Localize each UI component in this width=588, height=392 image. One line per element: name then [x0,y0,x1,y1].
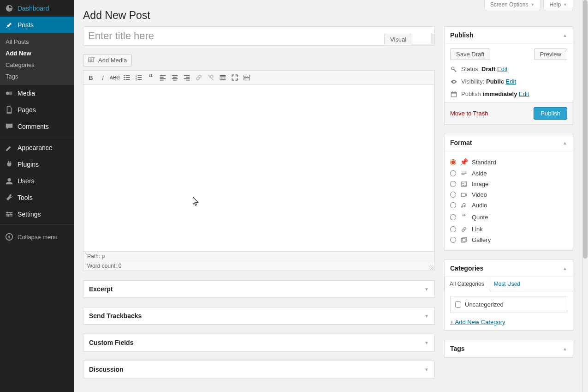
format-heading[interactable]: Format▲ [445,134,573,151]
align-center-button[interactable] [169,72,180,83]
svg-rect-22 [138,79,142,80]
metabox-custom-fields: Custom Fields▼ [83,334,435,351]
format-aside[interactable]: Aside [450,168,567,179]
tags-heading[interactable]: Tags▲ [445,340,573,357]
menu-label: Comments [18,123,49,130]
posts-submenu: All Posts Add New Categories Tags [0,33,74,85]
key-icon [450,66,457,72]
svg-point-5 [7,212,9,214]
kitchen-sink-button[interactable] [241,72,252,83]
svg-point-46 [451,67,454,70]
svg-rect-57 [461,238,465,242]
chevron-down-icon: ▼ [424,340,429,345]
svg-rect-44 [244,78,245,79]
add-media-button[interactable]: Add Media [83,54,132,66]
link-button[interactable] [193,72,204,83]
post-title-input[interactable] [87,28,431,44]
metabox-toggle[interactable]: Discussion▼ [83,361,434,378]
sub-categories[interactable]: Categories [0,59,74,71]
collapse-menu[interactable]: Collapse menu [0,229,74,245]
screen-meta-tabs: Screen Options▼ Help▼ [484,0,573,10]
tab-visual[interactable]: Visual [384,34,412,45]
scrollbar-track[interactable] [582,0,588,392]
chevron-up-icon: ▲ [563,140,567,145]
comments-icon [5,122,14,131]
edit-status-link[interactable]: Edit [497,66,507,72]
aside-icon [460,170,468,177]
chevron-up-icon: ▲ [563,346,567,351]
category-uncategorized[interactable]: Uncategorized [455,301,562,308]
svg-rect-42 [247,76,248,77]
svg-rect-14 [126,77,130,78]
svg-rect-52 [461,173,466,173]
preview-button[interactable]: Preview [534,48,567,60]
scrollbar-thumb[interactable] [583,0,588,259]
menu-pages[interactable]: Pages [0,102,74,118]
metabox-excerpt: Excerpt▼ [83,280,435,298]
edit-visibility-link[interactable]: Edit [506,78,516,85]
chevron-down-icon: ▼ [424,287,429,292]
screen-options-tab[interactable]: Screen Options▼ [484,0,541,10]
sub-all-posts[interactable]: All Posts [0,36,74,48]
menu-settings[interactable]: Settings [0,206,74,223]
help-tab[interactable]: Help▼ [543,0,573,10]
menu-label: Settings [18,211,41,218]
menu-comments[interactable]: Comments [0,118,74,135]
svg-rect-48 [451,92,456,93]
edit-schedule-link[interactable]: Edit [519,90,529,97]
svg-rect-45 [246,78,247,79]
svg-point-0 [6,91,9,95]
tools-icon [5,193,14,202]
audio-icon [460,202,468,209]
fullscreen-button[interactable] [229,72,240,83]
menu-tools[interactable]: Tools [0,189,74,206]
menu-label: Tools [18,194,33,201]
publish-box: Publish▲ Save Draft Preview Status: Draf… [444,26,573,125]
menu-dashboard[interactable]: Dashboard [0,0,74,17]
sub-add-new[interactable]: Add New [0,48,74,59]
unlink-button[interactable] [205,72,216,83]
chevron-down-icon: ▼ [563,2,567,7]
svg-rect-16 [126,79,130,80]
admin-sidebar: Dashboard Posts All Posts Add New Catego… [0,0,74,392]
save-draft-button[interactable]: Save Draft [450,48,490,60]
menu-plugins[interactable]: Plugins [0,156,74,173]
tab-most-used[interactable]: Most Used [489,277,525,291]
collapse-label: Collapse menu [18,234,58,241]
italic-button[interactable]: I [97,72,108,83]
editor-content[interactable] [83,85,434,251]
add-new-category-link[interactable]: + Add New Category [450,319,567,326]
menu-users[interactable]: Users [0,173,74,189]
format-audio[interactable]: Audio [450,200,567,211]
align-left-button[interactable] [157,72,168,83]
metabox-toggle[interactable]: Excerpt▼ [83,281,434,297]
format-gallery[interactable]: Gallery [450,235,567,245]
format-image[interactable]: Image [450,179,567,189]
schedule-row: Publish immediately Edit [450,90,567,97]
insert-more-button[interactable] [217,72,228,83]
svg-rect-35 [220,75,226,76]
align-right-button[interactable] [181,72,192,83]
sub-tags[interactable]: Tags [0,71,74,82]
format-standard[interactable]: 📌Standard [450,156,567,168]
tab-all-categories[interactable]: All Categories [445,277,489,291]
collapse-icon [5,232,14,241]
format-link[interactable]: Link [450,224,567,235]
format-video[interactable]: Video [450,189,567,200]
publish-heading[interactable]: Publish▲ [445,27,573,43]
menu-media[interactable]: Media [0,85,74,102]
move-to-trash-link[interactable]: Move to Trash [450,110,488,117]
publish-button[interactable]: Publish [534,107,567,120]
format-quote[interactable]: “Quote [450,211,567,224]
metabox-toggle[interactable]: Custom Fields▼ [83,334,434,351]
menu-appearance[interactable]: Appearance [0,139,74,156]
bullet-list-button[interactable] [121,72,132,83]
metabox-toggle[interactable]: Send Trackbacks▼ [83,308,434,324]
bold-button[interactable]: B [85,72,96,83]
numbered-list-button[interactable]: 123 [133,72,144,83]
strikethrough-button[interactable]: ABC [109,72,120,83]
blockquote-button[interactable]: “ [145,72,156,83]
menu-posts[interactable]: Posts [0,17,74,33]
categories-heading[interactable]: Categories▲ [445,260,573,277]
editor-path: Path: p [83,251,434,261]
